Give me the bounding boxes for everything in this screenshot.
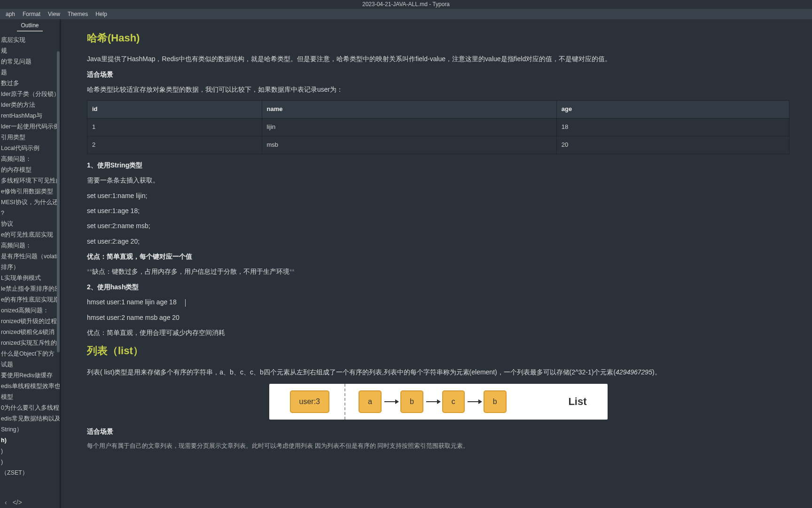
outline-item[interactable]: Local代码示例 xyxy=(0,143,60,153)
source-mode-icon[interactable]: </> xyxy=(13,499,22,506)
outline-item[interactable]: 的常见问题 xyxy=(0,56,60,67)
outline-item[interactable]: 引用类型 xyxy=(0,132,60,143)
code-line: hmset user:1 name lijin age 18 xyxy=(87,297,789,307)
th-age: age xyxy=(556,101,789,119)
menu-item-view[interactable]: View xyxy=(44,11,64,17)
advantage-text: 优点：简单直观，使用合理可减少内存空间消耗 xyxy=(87,327,789,338)
outline-item[interactable]: le禁止指令重排序的应 xyxy=(0,283,60,294)
sidebar: Outline 底层实现规的常见问题题数过多lder原子类（分段锁）lder类的… xyxy=(0,19,61,508)
outline-item[interactable]: 协议 xyxy=(0,218,60,229)
diagram-key-box: user:3 xyxy=(290,390,329,413)
menu-item-themes[interactable]: Themes xyxy=(64,11,92,17)
outline-item[interactable]: MESI协议，为什么还需 xyxy=(0,197,60,207)
menubar: aph Format View Themes Help xyxy=(0,9,812,19)
outline-item[interactable]: e的有序性底层实现原理 xyxy=(0,294,60,305)
outline-item[interactable]: lder原子类（分段锁） xyxy=(0,88,60,99)
outline-item[interactable]: 是有序性问题（volatile禁 xyxy=(0,251,60,262)
paragraph: 需要一条条去插入获取。 xyxy=(87,175,789,185)
code-line: set user:2:name msb; xyxy=(87,221,789,231)
outline-item[interactable]: 的内存模型 xyxy=(0,164,60,175)
table-header-row: id name age xyxy=(87,101,789,119)
sidebar-footer: ‹ </> xyxy=(0,497,61,508)
subheading: 2、使用hash类型 xyxy=(87,282,789,292)
outline-item[interactable]: ronized实现互斥性的原 xyxy=(0,337,60,348)
outline-item[interactable]: String） xyxy=(0,424,60,435)
outline-item[interactable]: lder一起使用代码示例 xyxy=(0,121,60,132)
user-table: id name age 1 lijin 18 2 msb 20 xyxy=(87,100,789,154)
paragraph: 列表( list)类型是用来存储多个有序的字符串，a、b、c、c、b四个元素从左… xyxy=(87,367,789,377)
code-line: set user:1:name lijin; xyxy=(87,190,789,201)
diagram-node: c xyxy=(442,390,465,413)
disadvantage-text: **缺点：键数过多，占用内存多，用户信息过于分散，不用于生产环境** xyxy=(87,266,789,277)
diagram-node: b xyxy=(400,390,423,413)
arrow-icon xyxy=(423,401,442,402)
diagram-node: b xyxy=(484,390,507,413)
menu-item-help[interactable]: Help xyxy=(92,11,111,17)
outline-item[interactable]: （ZSET） xyxy=(0,467,60,478)
sidebar-tab-outline[interactable]: Outline xyxy=(0,19,60,32)
outline-item[interactable]: 0为什么要引入多线程 xyxy=(0,402,60,413)
outline-item[interactable]: onized高频问题： xyxy=(0,305,60,316)
outline-item[interactable]: 数过多 xyxy=(0,78,60,88)
paragraph: Java里提供了HashMap，Redis中也有类似的数据结构，就是哈希类型。但… xyxy=(87,54,789,64)
outline-item[interactable]: 题 xyxy=(0,67,60,78)
outline-item[interactable]: lder类的方法 xyxy=(0,99,60,110)
outline-item[interactable]: rentHashMap与 xyxy=(0,110,60,121)
menu-item-aph[interactable]: aph xyxy=(2,11,19,17)
outline-item[interactable]: 排序） xyxy=(0,262,60,272)
th-id: id xyxy=(87,101,262,119)
text-cursor xyxy=(185,299,186,307)
outline-item[interactable]: h) xyxy=(0,435,60,445)
list-diagram: user:3 a b c b List xyxy=(269,384,608,420)
arrow-icon xyxy=(465,401,484,402)
diagram-divider xyxy=(344,384,345,420)
outline-item[interactable]: 试题 xyxy=(0,359,60,370)
back-icon[interactable]: ‹ xyxy=(5,499,7,506)
heading-list: 列表（list） xyxy=(87,342,789,359)
outline-item[interactable]: e修饰引用数据类型 xyxy=(0,186,60,197)
outline-item[interactable]: 要使用Redis做缓存 xyxy=(0,370,60,381)
outline-item[interactable]: 高频问题： xyxy=(0,240,60,251)
outline-item[interactable]: edis常见数据结构以及 xyxy=(0,413,60,424)
subheading: 1、使用String类型 xyxy=(87,160,789,170)
outline-item[interactable]: 高频问题： xyxy=(0,153,60,164)
outline-list: 底层实现规的常见问题题数过多lder原子类（分段锁）lder类的方法rentHa… xyxy=(0,32,60,478)
diagram-label: List xyxy=(568,393,586,410)
th-name: name xyxy=(262,101,556,119)
subheading-scene: 适合场景 xyxy=(87,426,789,437)
code-line: hmset user:2 name msb age 20 xyxy=(87,312,789,323)
outline-item[interactable]: 模型 xyxy=(0,391,60,402)
outline-item[interactable]: ronized锁粗化&锁消 xyxy=(0,326,60,337)
heading-hash: 哈希(Hash) xyxy=(87,30,789,46)
window-title: 2023-04-21-JAVA-ALL.md - Typora xyxy=(0,0,812,9)
outline-item[interactable]: 底层实现 xyxy=(0,34,60,45)
code-line: set user:2:age 20; xyxy=(87,236,789,246)
menu-item-format[interactable]: Format xyxy=(19,11,44,17)
outline-item[interactable]: ronized锁升级的过程? xyxy=(0,316,60,326)
outline-item[interactable]: ) xyxy=(0,456,60,467)
outline-item[interactable]: edis单线程模型效率也 xyxy=(0,381,60,391)
outline-item[interactable]: ? xyxy=(0,207,60,218)
table-row: 2 msb 20 xyxy=(87,136,789,154)
table-row: 1 lijin 18 xyxy=(87,119,789,136)
arrow-icon xyxy=(382,401,400,402)
subheading-scene: 适合场景 xyxy=(87,69,789,79)
outline-item[interactable]: ) xyxy=(0,445,60,456)
advantage-text: 优点：简单直观，每个键对应一个值 xyxy=(87,251,789,262)
outline-item[interactable]: L实现单例模式 xyxy=(0,272,60,283)
outline-item[interactable]: e的可见性底层实现 xyxy=(0,229,60,240)
diagram-node: a xyxy=(359,390,382,413)
sidebar-scrollbar[interactable] xyxy=(57,51,60,352)
outline-item[interactable]: 规 xyxy=(0,45,60,56)
paragraph: 哈希类型比较适宜存放对象类型的数据，我们可以比较下，如果数据库中表记录user为… xyxy=(87,84,789,95)
code-line: set user:1:age 18; xyxy=(87,206,789,216)
paragraph: 每个用户有属于自己的文章列表，现需要分页展示文章列表。此时可以考虑使用列表 因为… xyxy=(87,441,789,451)
outline-item[interactable]: 什么是Object下的方 xyxy=(0,348,60,359)
editor-content[interactable]: 哈希(Hash) Java里提供了HashMap，Redis中也有类似的数据结构… xyxy=(62,19,812,508)
outline-item[interactable]: 多线程环境下可见性的方 xyxy=(0,175,60,186)
